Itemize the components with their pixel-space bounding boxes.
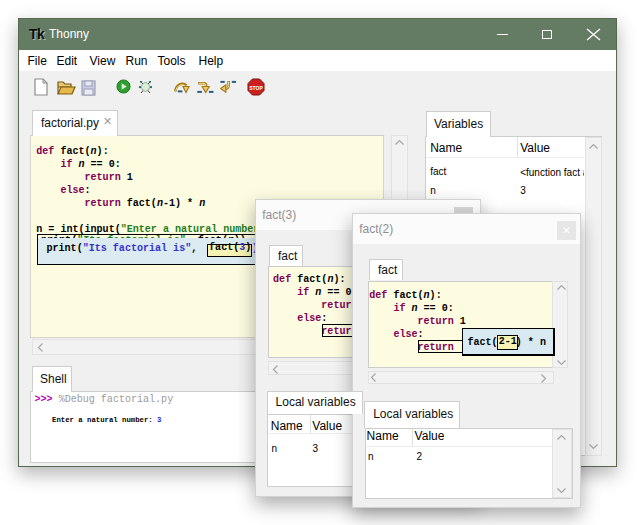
svg-text:STOP: STOP xyxy=(249,85,263,91)
